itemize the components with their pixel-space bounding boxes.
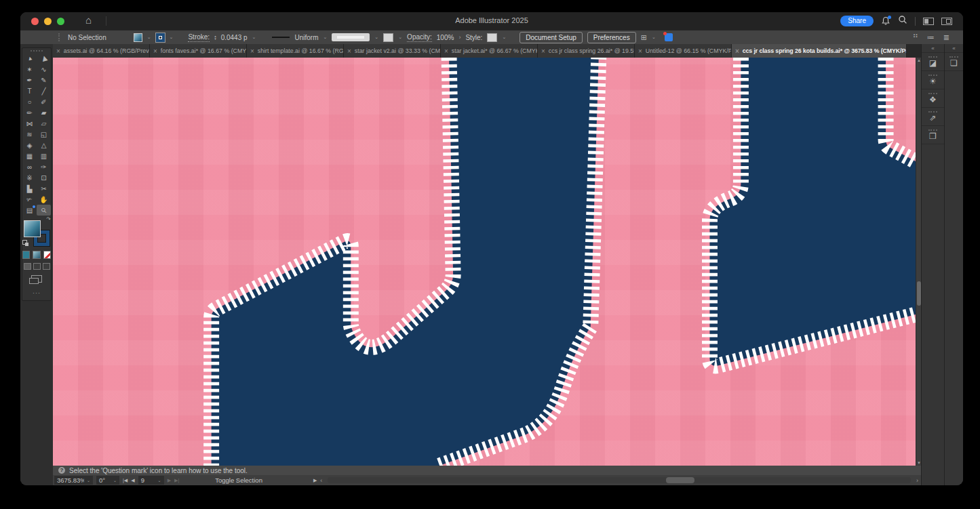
- opacity-label[interactable]: Opacity:: [407, 33, 432, 42]
- stroke-profile-value[interactable]: Uniform: [294, 34, 318, 41]
- curvature-tool[interactable]: ✎: [37, 75, 51, 85]
- stroke-weight-value[interactable]: 0.0443 p: [221, 34, 248, 41]
- horizontal-scrollbar[interactable]: [328, 477, 911, 483]
- controlbar-grip[interactable]: [58, 33, 60, 41]
- fill-proxy[interactable]: [24, 220, 41, 237]
- graph-tool[interactable]: ▙: [22, 183, 37, 194]
- print-tiling-tool[interactable]: ▤: [22, 205, 37, 216]
- artboard-chevron-icon[interactable]: ⌄: [158, 478, 161, 483]
- magic-wand-tool[interactable]: ✶: [22, 64, 37, 75]
- vertical-scrollbar[interactable]: ▲ ▼: [916, 58, 921, 466]
- document-tab-8[interactable]: ×ccs jr class spring 26 kota builds.ai* …: [732, 44, 907, 58]
- tab-close-icon[interactable]: ×: [250, 47, 254, 55]
- edit-toolbar-button[interactable]: ···: [22, 289, 51, 296]
- line-segment-tool[interactable]: ╱: [37, 85, 51, 96]
- tab-close-icon[interactable]: ×: [347, 47, 351, 55]
- next-artboard-button[interactable]: ▶: [168, 478, 171, 483]
- notifications-bell-icon[interactable]: [881, 16, 890, 26]
- brush-definition-preview[interactable]: [332, 33, 370, 41]
- layers-panel-icon[interactable]: ❖: [922, 89, 944, 108]
- artwork-canvas[interactable]: [53, 58, 916, 466]
- first-artboard-button[interactable]: |◀: [123, 478, 128, 483]
- tab-close-icon[interactable]: ×: [153, 47, 157, 55]
- scroll-right-icon[interactable]: ›: [916, 477, 918, 484]
- arrange-icon[interactable]: ≔: [927, 33, 935, 42]
- opacity-value[interactable]: 100%: [437, 34, 454, 41]
- document-tab-3[interactable]: ×shirt template.ai @ 16.67 % (RGB…: [247, 44, 344, 58]
- document-tab-2[interactable]: ×fonts faves.ai* @ 16.67 % (CMYK/…: [150, 44, 247, 58]
- screen-mode-button[interactable]: [31, 275, 42, 283]
- help-question-icon[interactable]: ?: [58, 467, 65, 474]
- zoom-level-field[interactable]: 3675.83% ⌄: [54, 476, 93, 485]
- shaper-tool[interactable]: ✐: [37, 96, 51, 107]
- draw-normal-button[interactable]: [24, 263, 31, 270]
- document-tab-4[interactable]: ×star jacket v2.ai @ 33.33 % (CMYK/…: [344, 44, 441, 58]
- free-transform-tool[interactable]: ◱: [37, 129, 51, 140]
- none-mode-button[interactable]: [43, 251, 51, 259]
- slice-tool[interactable]: ✂: [37, 183, 51, 194]
- document-tab-5[interactable]: ×star jacket.ai* @ 66.67 % (CMYK/Pr…: [441, 44, 538, 58]
- selection-tool[interactable]: ▸: [22, 53, 37, 64]
- blend-tool[interactable]: ∞: [22, 161, 37, 172]
- arrange-documents-icon[interactable]: [923, 18, 934, 25]
- ellipse-tool[interactable]: ○: [22, 96, 37, 107]
- width-tool[interactable]: ≋: [22, 129, 37, 140]
- fill-chevron-icon[interactable]: ⌄: [147, 35, 151, 40]
- stroke-color-swatch[interactable]: [156, 33, 165, 42]
- status-display[interactable]: Toggle Selection: [215, 476, 262, 484]
- color-panel-icon[interactable]: ☀: [922, 71, 944, 89]
- menu-icon[interactable]: ≣: [943, 33, 949, 42]
- rotation-chevron-icon[interactable]: ⌄: [113, 478, 117, 483]
- eraser-tool[interactable]: ▰: [37, 107, 51, 118]
- gradient-tool[interactable]: ▥: [37, 150, 51, 161]
- pencil-tool[interactable]: ✏: [22, 107, 37, 118]
- fill-color-swatch[interactable]: [134, 33, 142, 42]
- tab-close-icon[interactable]: ×: [56, 47, 60, 55]
- tab-close-icon[interactable]: ×: [541, 47, 545, 55]
- stroke-stepper[interactable]: ▴▾: [214, 35, 216, 40]
- color-mode-button[interactable]: [22, 251, 30, 259]
- tab-close-icon[interactable]: ×: [735, 47, 739, 55]
- gradient-mode-button[interactable]: [33, 251, 40, 259]
- status-menu-arrow-icon[interactable]: ▶: [313, 478, 317, 483]
- export-panel-icon[interactable]: ⇗: [922, 108, 944, 126]
- mesh-tool[interactable]: ▦: [22, 150, 37, 161]
- stroke-chevron-icon[interactable]: ⌄: [170, 35, 174, 40]
- workspace-switcher-icon[interactable]: [941, 18, 952, 25]
- type-tool[interactable]: T: [22, 85, 37, 96]
- knife-tool[interactable]: ✃: [22, 194, 37, 205]
- fill-stroke-control[interactable]: ↷: [23, 218, 50, 247]
- default-fill-stroke-icon[interactable]: [22, 240, 27, 245]
- artboard-navigation-field[interactable]: 9 ⌄: [138, 476, 164, 485]
- applique-shape-left[interactable]: [212, 58, 599, 466]
- symbol-sprayer-tool[interactable]: ※: [22, 172, 37, 183]
- tab-close-icon[interactable]: ×: [444, 47, 448, 55]
- tools-panel-grip[interactable]: [31, 50, 43, 52]
- properties-panel-icon[interactable]: ◪: [922, 53, 944, 71]
- document-tab-6[interactable]: ×ccs jr class spring 26.ai* @ 19.55 %…: [538, 44, 635, 58]
- share-button[interactable]: Share: [840, 16, 874, 26]
- brush-chevron-icon[interactable]: ⌄: [374, 35, 378, 40]
- style-swatch[interactable]: [487, 33, 497, 42]
- document-setup-button[interactable]: Document Setup: [520, 32, 583, 43]
- preferences-button[interactable]: Preferences: [587, 32, 636, 43]
- eyedropper-tool[interactable]: ✑: [37, 161, 51, 172]
- profile-chevron-icon[interactable]: ⌄: [323, 35, 327, 40]
- draw-behind-button[interactable]: [33, 263, 41, 270]
- last-artboard-button[interactable]: ▶|: [174, 478, 179, 483]
- direct-selection-tool[interactable]: ▶: [37, 53, 51, 64]
- collapse-dock-icon[interactable]: «: [922, 44, 944, 53]
- perspective-grid-tool[interactable]: △: [37, 140, 51, 150]
- tab-close-icon[interactable]: ×: [638, 47, 642, 55]
- scale-tool[interactable]: ▱: [37, 118, 51, 129]
- rotation-field[interactable]: 0° ⌄: [96, 476, 119, 485]
- lasso-tool[interactable]: ∿: [37, 64, 51, 75]
- isolate-icon[interactable]: ⊞: [641, 33, 647, 42]
- style-chevron-icon[interactable]: ⌄: [502, 35, 506, 40]
- hand-tool[interactable]: ✋: [37, 194, 51, 205]
- artboards-panel-icon[interactable]: ❐: [922, 126, 944, 144]
- collapse-dock-icon[interactable]: «: [945, 44, 963, 53]
- isolate-chevron-icon[interactable]: ⌄: [652, 35, 656, 40]
- pen-tool[interactable]: ✒: [22, 75, 37, 85]
- document-tab-1[interactable]: ×assets.ai @ 64.16 % (RGB/Previe…: [53, 44, 150, 58]
